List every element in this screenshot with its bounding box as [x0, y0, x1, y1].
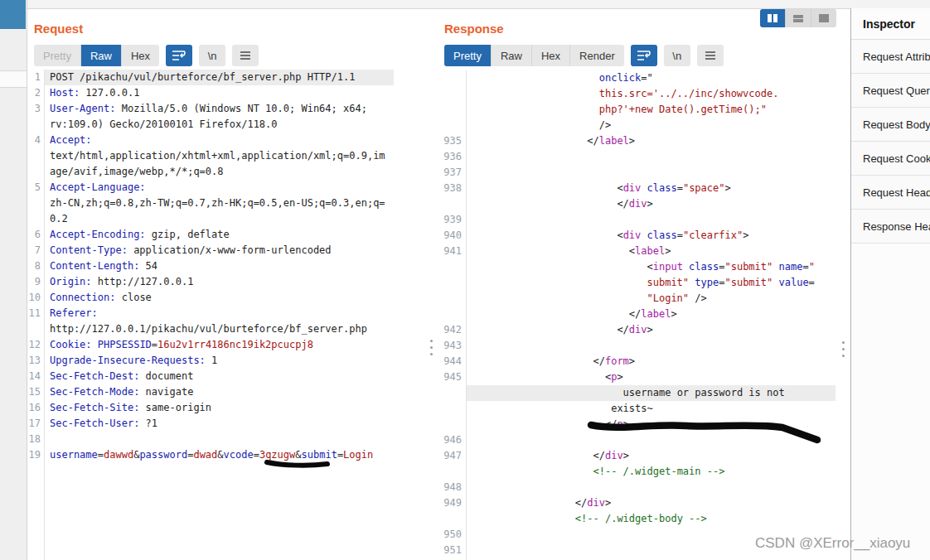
line-number: 13: [27, 353, 44, 369]
request-response-splitter-handle[interactable]: [430, 340, 434, 360]
backdrop-tab-fragment: [0, 0, 26, 29]
inspector-section-request-headers[interactable]: Request Headers: [851, 176, 930, 210]
line-number: 9: [27, 274, 44, 290]
inspector-section-response-headers[interactable]: Response Headers: [851, 210, 930, 244]
code-row: <!-- /.widget-body -->: [438, 511, 836, 527]
line-number: 4: [27, 133, 44, 148]
code-row: 8Content-Length: 54: [27, 258, 394, 274]
tab-pretty: Pretty: [34, 45, 81, 66]
newline-glyph: \n: [208, 50, 217, 62]
request-gutter-divider: [44, 70, 45, 560]
line-number: 7: [27, 243, 44, 258]
line-number: [438, 259, 466, 275]
code-row: 941<label>: [438, 244, 836, 259]
line-number: 945: [438, 369, 466, 385]
show-newlines-button[interactable]: \n: [199, 45, 225, 66]
tab-raw[interactable]: Raw: [492, 45, 532, 66]
code-row: http://127.0.0.1/pikachu/vul/burteforce/…: [27, 321, 394, 337]
app-backdrop: [0, 0, 27, 560]
line-number: 940: [438, 228, 466, 244]
line-number: [438, 417, 466, 432]
code-row: 15Sec-Fetch-Mode: navigate: [27, 384, 394, 400]
inspector-section-request-body-parameters[interactable]: Request Body Parameters: [851, 108, 930, 142]
newline-glyph: \n: [672, 50, 681, 62]
columns-layout-icon: [768, 14, 777, 22]
response-toolbar: PrettyRawHexRender \n: [444, 45, 724, 66]
line-number: [438, 102, 466, 118]
wrap-lines-icon: [172, 50, 186, 61]
line-number: 935: [438, 133, 466, 149]
line-number: 937: [438, 165, 466, 181]
code-row: 935</label>: [438, 133, 836, 149]
line-number: 941: [438, 244, 466, 259]
line-number: [438, 385, 466, 401]
code-row: 943: [438, 338, 836, 354]
line-number: 951: [438, 543, 466, 558]
code-row: 10Connection: close: [27, 290, 394, 306]
tab-hex[interactable]: Hex: [122, 45, 159, 66]
code-row: <!-- /.widget-main -->: [438, 464, 836, 480]
code-row: 937: [438, 165, 836, 181]
window-top-strip: [0, 0, 930, 9]
show-newlines-button-response[interactable]: \n: [664, 45, 690, 66]
code-row: 14Sec-Fetch-Dest: document: [27, 369, 394, 384]
tab-pretty[interactable]: Pretty: [444, 45, 492, 66]
columns-layout-button[interactable]: [760, 9, 786, 27]
code-row: 947</div>: [438, 448, 836, 464]
line-number: 947: [438, 448, 466, 464]
inspector-section-request-cookies[interactable]: Request Cookies: [851, 142, 930, 176]
rows-layout-button[interactable]: [786, 9, 811, 27]
line-number: 950: [438, 527, 466, 543]
line-number: 948: [438, 480, 466, 495]
response-view-tabs: PrettyRawHexRender: [444, 45, 624, 66]
wrap-lines-button-response[interactable]: [631, 45, 657, 66]
line-number: [27, 117, 44, 133]
code-row: </div>: [438, 196, 836, 212]
line-number: 936: [438, 149, 466, 165]
code-row: exists~: [438, 401, 836, 417]
request-toolbar: PrettyRawHex \n: [34, 45, 259, 66]
single-pane-icon: [819, 14, 829, 22]
code-row: php?'+new Date().getTime();": [438, 102, 836, 118]
tab-render[interactable]: Render: [570, 45, 624, 66]
line-number: [438, 401, 466, 417]
line-number: [438, 118, 466, 133]
code-row: 948: [438, 480, 836, 495]
code-row: rv:109.0) Gecko/20100101 Firefox/118.0: [27, 117, 394, 133]
line-number: [438, 464, 466, 480]
wrap-lines-icon: [637, 50, 651, 61]
line-number: [438, 291, 466, 307]
line-number: 17: [27, 416, 44, 432]
response-editor[interactable]: onclick="this.src='../../inc/showvcode.p…: [438, 70, 836, 560]
line-number: 944: [438, 354, 466, 369]
code-row: 12Cookie: PHPSESSID=16u2v1rr4186nc19ik2p…: [27, 337, 394, 353]
tab-raw[interactable]: Raw: [81, 45, 122, 66]
inspector-panel: Inspector Request AttributesRequest Quer…: [850, 8, 930, 560]
editor-menu-button[interactable]: [232, 45, 259, 66]
line-number: [438, 86, 466, 102]
inspector-section-request-query-parameters[interactable]: Request Query Parameters: [851, 74, 930, 108]
request-view-tabs: PrettyRawHex: [34, 45, 159, 66]
request-panel-title: Request: [34, 22, 83, 36]
single-pane-layout-button[interactable]: [811, 9, 836, 27]
line-number: 15: [27, 384, 44, 400]
code-row: 13Upgrade-Insecure-Requests: 1: [27, 353, 394, 369]
code-row: 936: [438, 149, 836, 165]
line-number: 11: [27, 306, 44, 321]
line-number: 16: [27, 400, 44, 416]
line-number: 6: [27, 227, 44, 243]
inspector-splitter-handle[interactable]: [842, 341, 845, 361]
line-number: [438, 275, 466, 291]
request-editor[interactable]: 1POST /pikachu/vul/burteforce/bf_server.…: [27, 70, 394, 560]
code-row: submit" type="submit" value=: [438, 275, 836, 291]
hamburger-menu-icon: [240, 51, 251, 60]
line-number: 12: [27, 337, 44, 353]
line-number: 943: [438, 338, 466, 354]
code-row: 949</div>: [438, 495, 836, 511]
response-panel-title: Response: [444, 22, 504, 36]
wrap-lines-button[interactable]: [166, 45, 192, 66]
line-number: [438, 307, 466, 322]
tab-hex[interactable]: Hex: [532, 45, 570, 66]
editor-menu-button-response[interactable]: [697, 45, 724, 66]
inspector-section-request-attributes[interactable]: Request Attributes: [851, 40, 930, 74]
